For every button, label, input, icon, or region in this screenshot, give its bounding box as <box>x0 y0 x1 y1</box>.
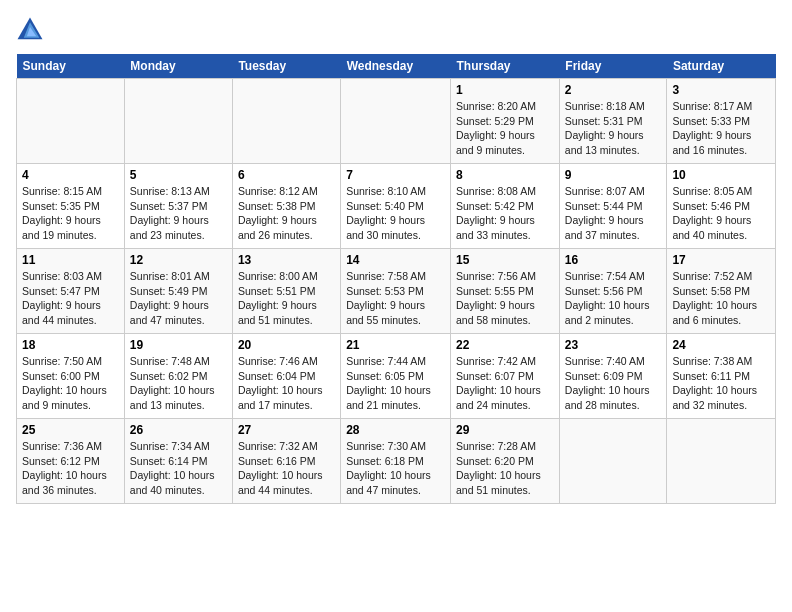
day-info: Sunrise: 8:01 AMSunset: 5:49 PMDaylight:… <box>130 269 227 328</box>
day-number: 18 <box>22 338 119 352</box>
day-number: 25 <box>22 423 119 437</box>
day-info: Sunrise: 7:28 AMSunset: 6:20 PMDaylight:… <box>456 439 554 498</box>
day-number: 29 <box>456 423 554 437</box>
calendar-table: SundayMondayTuesdayWednesdayThursdayFrid… <box>16 54 776 504</box>
calendar-cell: 17Sunrise: 7:52 AMSunset: 5:58 PMDayligh… <box>667 249 776 334</box>
logo-icon <box>16 16 44 44</box>
day-number: 22 <box>456 338 554 352</box>
calendar-week-2: 11Sunrise: 8:03 AMSunset: 5:47 PMDayligh… <box>17 249 776 334</box>
header-day-sunday: Sunday <box>17 54 125 79</box>
day-number: 20 <box>238 338 335 352</box>
calendar-cell: 10Sunrise: 8:05 AMSunset: 5:46 PMDayligh… <box>667 164 776 249</box>
day-info: Sunrise: 7:46 AMSunset: 6:04 PMDaylight:… <box>238 354 335 413</box>
calendar-cell <box>667 419 776 504</box>
calendar-cell: 4Sunrise: 8:15 AMSunset: 5:35 PMDaylight… <box>17 164 125 249</box>
calendar-cell: 29Sunrise: 7:28 AMSunset: 6:20 PMDayligh… <box>451 419 560 504</box>
calendar-cell: 8Sunrise: 8:08 AMSunset: 5:42 PMDaylight… <box>451 164 560 249</box>
day-number: 4 <box>22 168 119 182</box>
calendar-cell: 11Sunrise: 8:03 AMSunset: 5:47 PMDayligh… <box>17 249 125 334</box>
day-info: Sunrise: 8:10 AMSunset: 5:40 PMDaylight:… <box>346 184 445 243</box>
header-day-monday: Monday <box>124 54 232 79</box>
day-number: 17 <box>672 253 770 267</box>
day-info: Sunrise: 8:20 AMSunset: 5:29 PMDaylight:… <box>456 99 554 158</box>
day-info: Sunrise: 8:05 AMSunset: 5:46 PMDaylight:… <box>672 184 770 243</box>
day-info: Sunrise: 7:50 AMSunset: 6:00 PMDaylight:… <box>22 354 119 413</box>
calendar-cell <box>341 79 451 164</box>
calendar-body: 1Sunrise: 8:20 AMSunset: 5:29 PMDaylight… <box>17 79 776 504</box>
day-info: Sunrise: 7:56 AMSunset: 5:55 PMDaylight:… <box>456 269 554 328</box>
calendar-cell: 28Sunrise: 7:30 AMSunset: 6:18 PMDayligh… <box>341 419 451 504</box>
calendar-cell: 5Sunrise: 8:13 AMSunset: 5:37 PMDaylight… <box>124 164 232 249</box>
calendar-cell: 7Sunrise: 8:10 AMSunset: 5:40 PMDaylight… <box>341 164 451 249</box>
calendar-cell: 6Sunrise: 8:12 AMSunset: 5:38 PMDaylight… <box>232 164 340 249</box>
day-info: Sunrise: 7:52 AMSunset: 5:58 PMDaylight:… <box>672 269 770 328</box>
calendar-cell: 14Sunrise: 7:58 AMSunset: 5:53 PMDayligh… <box>341 249 451 334</box>
calendar-cell: 2Sunrise: 8:18 AMSunset: 5:31 PMDaylight… <box>559 79 667 164</box>
day-info: Sunrise: 8:18 AMSunset: 5:31 PMDaylight:… <box>565 99 662 158</box>
calendar-week-0: 1Sunrise: 8:20 AMSunset: 5:29 PMDaylight… <box>17 79 776 164</box>
calendar-cell: 16Sunrise: 7:54 AMSunset: 5:56 PMDayligh… <box>559 249 667 334</box>
calendar-cell: 27Sunrise: 7:32 AMSunset: 6:16 PMDayligh… <box>232 419 340 504</box>
calendar-cell: 18Sunrise: 7:50 AMSunset: 6:00 PMDayligh… <box>17 334 125 419</box>
day-number: 21 <box>346 338 445 352</box>
header-day-saturday: Saturday <box>667 54 776 79</box>
logo <box>16 16 48 44</box>
day-number: 24 <box>672 338 770 352</box>
day-info: Sunrise: 7:42 AMSunset: 6:07 PMDaylight:… <box>456 354 554 413</box>
day-info: Sunrise: 8:13 AMSunset: 5:37 PMDaylight:… <box>130 184 227 243</box>
calendar-cell: 9Sunrise: 8:07 AMSunset: 5:44 PMDaylight… <box>559 164 667 249</box>
page-header <box>16 16 776 44</box>
day-info: Sunrise: 8:15 AMSunset: 5:35 PMDaylight:… <box>22 184 119 243</box>
calendar-cell: 26Sunrise: 7:34 AMSunset: 6:14 PMDayligh… <box>124 419 232 504</box>
day-number: 11 <box>22 253 119 267</box>
header-row: SundayMondayTuesdayWednesdayThursdayFrid… <box>17 54 776 79</box>
day-number: 6 <box>238 168 335 182</box>
calendar-cell: 1Sunrise: 8:20 AMSunset: 5:29 PMDaylight… <box>451 79 560 164</box>
day-number: 15 <box>456 253 554 267</box>
calendar-week-3: 18Sunrise: 7:50 AMSunset: 6:00 PMDayligh… <box>17 334 776 419</box>
header-day-wednesday: Wednesday <box>341 54 451 79</box>
calendar-cell: 20Sunrise: 7:46 AMSunset: 6:04 PMDayligh… <box>232 334 340 419</box>
calendar-cell <box>232 79 340 164</box>
day-info: Sunrise: 8:07 AMSunset: 5:44 PMDaylight:… <box>565 184 662 243</box>
day-number: 28 <box>346 423 445 437</box>
day-info: Sunrise: 7:48 AMSunset: 6:02 PMDaylight:… <box>130 354 227 413</box>
calendar-header: SundayMondayTuesdayWednesdayThursdayFrid… <box>17 54 776 79</box>
day-number: 1 <box>456 83 554 97</box>
day-info: Sunrise: 7:54 AMSunset: 5:56 PMDaylight:… <box>565 269 662 328</box>
calendar-cell: 3Sunrise: 8:17 AMSunset: 5:33 PMDaylight… <box>667 79 776 164</box>
calendar-cell <box>124 79 232 164</box>
calendar-cell: 25Sunrise: 7:36 AMSunset: 6:12 PMDayligh… <box>17 419 125 504</box>
day-number: 5 <box>130 168 227 182</box>
day-info: Sunrise: 8:08 AMSunset: 5:42 PMDaylight:… <box>456 184 554 243</box>
day-info: Sunrise: 7:40 AMSunset: 6:09 PMDaylight:… <box>565 354 662 413</box>
header-day-tuesday: Tuesday <box>232 54 340 79</box>
day-info: Sunrise: 7:36 AMSunset: 6:12 PMDaylight:… <box>22 439 119 498</box>
day-info: Sunrise: 8:12 AMSunset: 5:38 PMDaylight:… <box>238 184 335 243</box>
day-number: 12 <box>130 253 227 267</box>
day-info: Sunrise: 8:03 AMSunset: 5:47 PMDaylight:… <box>22 269 119 328</box>
calendar-week-1: 4Sunrise: 8:15 AMSunset: 5:35 PMDaylight… <box>17 164 776 249</box>
day-number: 13 <box>238 253 335 267</box>
calendar-cell: 13Sunrise: 8:00 AMSunset: 5:51 PMDayligh… <box>232 249 340 334</box>
header-day-thursday: Thursday <box>451 54 560 79</box>
calendar-cell: 21Sunrise: 7:44 AMSunset: 6:05 PMDayligh… <box>341 334 451 419</box>
calendar-cell: 23Sunrise: 7:40 AMSunset: 6:09 PMDayligh… <box>559 334 667 419</box>
calendar-cell <box>17 79 125 164</box>
calendar-week-4: 25Sunrise: 7:36 AMSunset: 6:12 PMDayligh… <box>17 419 776 504</box>
day-number: 3 <box>672 83 770 97</box>
day-info: Sunrise: 8:17 AMSunset: 5:33 PMDaylight:… <box>672 99 770 158</box>
day-number: 2 <box>565 83 662 97</box>
day-info: Sunrise: 7:34 AMSunset: 6:14 PMDaylight:… <box>130 439 227 498</box>
day-number: 10 <box>672 168 770 182</box>
calendar-cell: 19Sunrise: 7:48 AMSunset: 6:02 PMDayligh… <box>124 334 232 419</box>
day-number: 19 <box>130 338 227 352</box>
day-number: 7 <box>346 168 445 182</box>
day-info: Sunrise: 8:00 AMSunset: 5:51 PMDaylight:… <box>238 269 335 328</box>
calendar-cell <box>559 419 667 504</box>
day-info: Sunrise: 7:58 AMSunset: 5:53 PMDaylight:… <box>346 269 445 328</box>
day-info: Sunrise: 7:38 AMSunset: 6:11 PMDaylight:… <box>672 354 770 413</box>
day-number: 8 <box>456 168 554 182</box>
calendar-cell: 12Sunrise: 8:01 AMSunset: 5:49 PMDayligh… <box>124 249 232 334</box>
day-number: 23 <box>565 338 662 352</box>
